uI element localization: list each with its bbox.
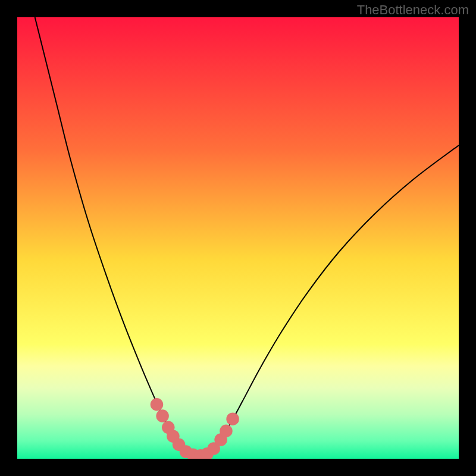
chart-outer-frame: TheBottleneck.com: [0, 0, 476, 476]
highlight-marker: [226, 412, 239, 425]
gradient-background: [17, 17, 459, 459]
plot-area: [17, 17, 459, 459]
bottleneck-curve-chart: [17, 17, 459, 459]
highlight-marker: [220, 424, 233, 437]
highlight-marker: [151, 398, 164, 411]
highlight-marker: [156, 409, 169, 422]
watermark-text: TheBottleneck.com: [357, 2, 469, 18]
